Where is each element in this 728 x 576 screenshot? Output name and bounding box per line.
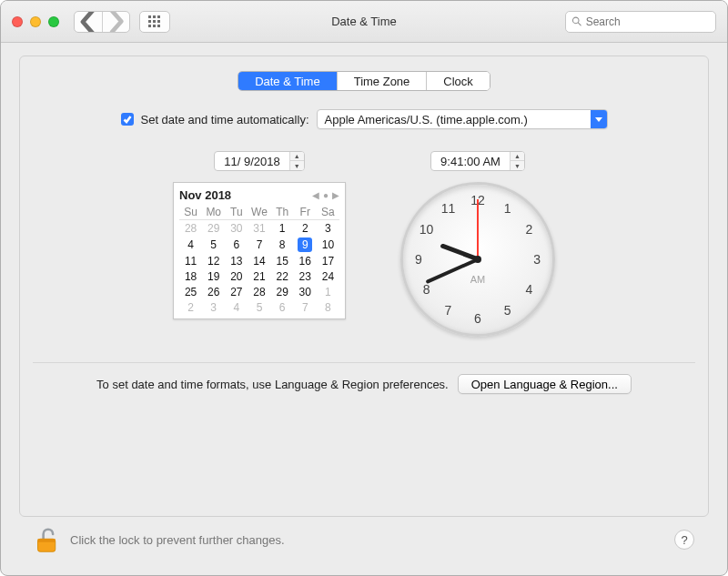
time-step-up[interactable]: ▲ <box>511 152 524 161</box>
show-all-prefs-button[interactable] <box>139 11 170 33</box>
calendar-day[interactable]: 23 <box>294 268 317 284</box>
open-language-region-button[interactable]: Open Language & Region... <box>458 374 632 394</box>
calendar-day[interactable]: 3 <box>202 299 225 315</box>
calendar-day[interactable]: 15 <box>271 253 294 268</box>
nav-buttons <box>74 11 130 33</box>
calendar-weekday: We <box>248 205 270 220</box>
help-button[interactable]: ? <box>674 530 694 550</box>
search-field[interactable] <box>565 11 716 33</box>
auto-set-checkbox[interactable] <box>121 113 134 126</box>
back-button[interactable] <box>75 12 102 32</box>
tab-clock[interactable]: Clock <box>426 72 490 90</box>
calendar-weekday: Th <box>271 205 294 220</box>
calendar-day[interactable]: 8 <box>271 236 294 253</box>
date-stepper: ▲ ▼ <box>289 152 304 170</box>
calendar-weekday: Tu <box>225 205 248 220</box>
calendar-day[interactable]: 4 <box>179 236 202 253</box>
grid-icon <box>147 15 162 29</box>
svg-rect-0 <box>148 15 151 18</box>
tab-time-zone[interactable]: Time Zone <box>337 72 427 90</box>
calendar-day[interactable]: 8 <box>317 299 339 315</box>
calendar-day[interactable]: 29 <box>202 220 225 237</box>
time-column: 9:41:00 AM ▲ ▼ 121234567891011 AM <box>400 151 555 337</box>
calendar-weekday: Sa <box>317 205 339 220</box>
time-value: 9:41:00 AM <box>431 155 510 168</box>
calendar-day[interactable]: 10 <box>317 236 339 253</box>
tab-group: Date & Time Time Zone Clock <box>51 71 677 91</box>
window-controls <box>12 16 59 27</box>
calendar-day[interactable]: 13 <box>225 253 248 268</box>
close-window-button[interactable] <box>12 16 23 27</box>
calendar-day[interactable]: 1 <box>317 284 339 299</box>
chevron-left-icon <box>75 11 102 33</box>
calendar-day[interactable]: 31 <box>248 220 270 237</box>
calendar-day[interactable]: 26 <box>202 284 225 299</box>
calendar-day[interactable]: 17 <box>317 253 339 268</box>
clock-number: 9 <box>415 252 422 267</box>
calendar-day[interactable]: 30 <box>225 220 248 237</box>
calendar-day[interactable]: 2 <box>294 220 317 237</box>
calendar-day[interactable]: 21 <box>248 268 270 284</box>
calendar-prev-month[interactable]: ◀ <box>312 190 319 200</box>
clock-number: 4 <box>525 282 532 297</box>
minimize-window-button[interactable] <box>30 16 41 27</box>
calendar-day[interactable]: 3 <box>317 220 339 237</box>
calendar-day[interactable]: 29 <box>271 284 294 299</box>
date-column: 11/ 9/2018 ▲ ▼ Nov 2018 ◀ ● ▶ <box>173 151 346 319</box>
calendar-day[interactable]: 14 <box>248 253 270 268</box>
calendar-day[interactable]: 16 <box>294 253 317 268</box>
calendar-day[interactable]: 25 <box>179 284 202 299</box>
calendar-day[interactable]: 1 <box>271 220 294 237</box>
clock-ampm-label: AM <box>470 274 486 285</box>
calendar-today[interactable]: ● <box>323 190 329 200</box>
calendar-day[interactable]: 22 <box>271 268 294 284</box>
calendar-grid: SuMoTuWeThFrSa 2829303112345678910111213… <box>179 205 339 315</box>
time-step-down[interactable]: ▼ <box>511 161 524 170</box>
date-step-up[interactable]: ▲ <box>290 152 304 161</box>
calendar-day[interactable]: 5 <box>248 299 270 315</box>
search-icon <box>571 15 582 27</box>
calendar-day[interactable]: 5 <box>202 236 225 253</box>
calendar-next-month[interactable]: ▶ <box>332 190 339 200</box>
check-icon <box>123 115 132 124</box>
calendar-day[interactable]: 28 <box>179 220 202 237</box>
calendar-day[interactable]: 30 <box>294 284 317 299</box>
calendar-nav: ◀ ● ▶ <box>312 190 339 200</box>
calendar-day[interactable]: 12 <box>202 253 225 268</box>
calendar: Nov 2018 ◀ ● ▶ SuMoTuWeThFrSa 2829303112… <box>173 182 346 319</box>
calendar-day[interactable]: 7 <box>248 236 270 253</box>
calendar-weekday: Mo <box>202 205 225 220</box>
date-field[interactable]: 11/ 9/2018 ▲ ▼ <box>214 151 304 171</box>
calendar-day[interactable]: 18 <box>179 268 202 284</box>
date-time-columns: 11/ 9/2018 ▲ ▼ Nov 2018 ◀ ● ▶ <box>51 151 677 337</box>
date-step-down[interactable]: ▼ <box>290 161 304 170</box>
zoom-window-button[interactable] <box>48 16 59 27</box>
second-hand <box>477 199 479 259</box>
calendar-day[interactable]: 6 <box>271 299 294 315</box>
time-server-select[interactable]: Apple Americas/U.S. (time.apple.com.) <box>317 109 608 129</box>
chevron-down-icon <box>591 110 607 128</box>
svg-line-10 <box>578 23 581 25</box>
calendar-day[interactable]: 24 <box>317 268 339 284</box>
calendar-day[interactable]: 2 <box>179 299 202 315</box>
clock-number: 8 <box>423 282 430 297</box>
calendar-day[interactable]: 7 <box>294 299 317 315</box>
calendar-day[interactable]: 28 <box>248 284 270 299</box>
clock-number: 6 <box>474 311 481 326</box>
calendar-day[interactable]: 11 <box>179 253 202 268</box>
titlebar: Date & Time <box>1 1 727 43</box>
lock-button[interactable] <box>34 524 61 555</box>
forward-button[interactable] <box>102 12 129 32</box>
clock-number: 2 <box>525 222 532 237</box>
calendar-day[interactable]: 20 <box>225 268 248 284</box>
calendar-day[interactable]: 9 <box>294 236 317 253</box>
calendar-day[interactable]: 27 <box>225 284 248 299</box>
footer-bar: Click the lock to prevent further change… <box>19 517 709 566</box>
calendar-day[interactable]: 4 <box>225 299 248 315</box>
calendar-day[interactable]: 19 <box>202 268 225 284</box>
tab-date-time[interactable]: Date & Time <box>238 72 337 90</box>
search-input[interactable] <box>586 15 710 28</box>
svg-rect-12 <box>38 539 56 542</box>
calendar-day[interactable]: 6 <box>225 236 248 253</box>
time-field[interactable]: 9:41:00 AM ▲ ▼ <box>430 151 525 171</box>
